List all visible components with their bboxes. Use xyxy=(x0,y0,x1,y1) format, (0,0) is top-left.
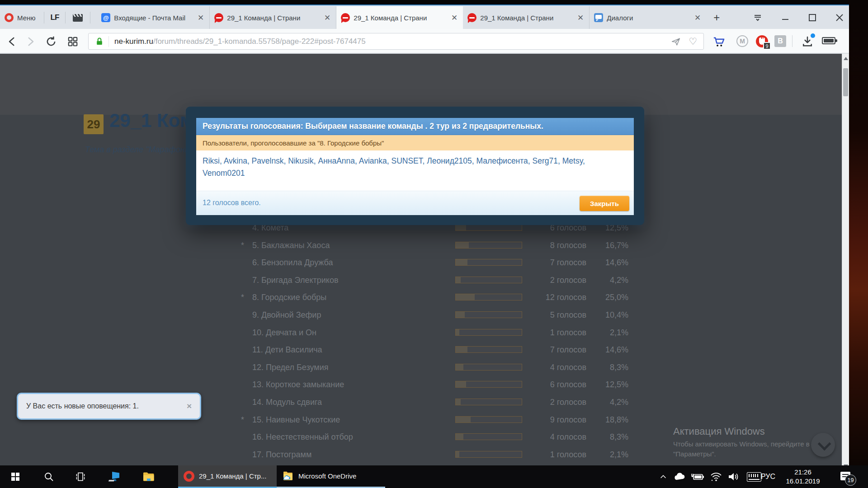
poll-votes-count[interactable]: 6 голосов xyxy=(519,380,586,389)
tab-bar: Меню LF @Входящие - Почта Mail✕29_1 Кома… xyxy=(0,6,849,29)
poll-votes-count[interactable]: 2 голосов xyxy=(519,398,586,407)
poll-option-label[interactable]: 9. Двойной Зефир xyxy=(252,310,321,320)
close-window-button[interactable] xyxy=(835,13,844,23)
tab-close-icon[interactable]: ✕ xyxy=(693,13,702,23)
poll-bar-fill xyxy=(456,347,467,352)
browser-window: Меню LF @Входящие - Почта Mail✕29_1 Кома… xyxy=(0,5,849,465)
poll-option-label[interactable]: 5. Баклажаны Хаоса xyxy=(252,241,330,250)
b-extension-icon[interactable]: B xyxy=(774,35,786,47)
tray-chevron-icon[interactable] xyxy=(656,465,670,488)
tray-onedrive-cloud-icon[interactable] xyxy=(672,465,687,488)
notification-toast[interactable]: У Вас есть новые оповещения: 1. × xyxy=(17,393,201,420)
poll-option-label[interactable]: 15. Наивные Чукотские xyxy=(252,415,340,425)
opera-logo-icon xyxy=(5,13,14,22)
browser-tab[interactable]: Диалоги✕ xyxy=(590,6,706,29)
taskbar-opera-button[interactable]: 29_1 Команда | Стр... xyxy=(178,465,277,488)
modal-close-button[interactable]: Закрыть xyxy=(580,196,629,211)
battery-saver-icon[interactable] xyxy=(822,35,835,44)
tab-close-icon[interactable]: ✕ xyxy=(323,13,331,23)
tray-volume-icon[interactable] xyxy=(725,465,742,488)
tab-close-icon[interactable]: ✕ xyxy=(576,13,585,23)
poll-option-row: 9. Двойной Зефир5 голосов10,4% xyxy=(0,309,678,324)
poll-option-label[interactable]: 8. Городские бобры xyxy=(252,293,326,302)
browser-tab[interactable]: 29_1 Команда | Страни✕ xyxy=(210,6,336,29)
modal-voters-list[interactable]: Riksi, Avkina, Pavelnsk, Nikusik, АннаAn… xyxy=(196,150,634,191)
tab-menu-icon[interactable] xyxy=(752,12,763,23)
poll-bar-fill xyxy=(456,434,463,440)
poll-option-label[interactable]: 14. Модуль сдвига xyxy=(252,398,322,407)
poll-votes-count[interactable]: 2 голосов xyxy=(519,276,586,285)
tab-close-icon[interactable]: ✕ xyxy=(197,13,205,23)
poll-votes-count[interactable]: 12 голосов xyxy=(519,293,586,302)
browser-toolbar: ne-kurim.ru/forum/threads/29_1-komanda.5… xyxy=(0,29,849,53)
poll-votes-count[interactable]: 7 голосов xyxy=(519,258,586,267)
poll-votes-count[interactable]: 4 голосов xyxy=(519,363,586,372)
poll-votes-count[interactable]: 8 голосов xyxy=(519,241,586,250)
notification-count-badge: 19 xyxy=(845,474,856,486)
speed-dial-icon[interactable] xyxy=(67,36,79,47)
poll-option-row: 10. Девчата и Он1 голосов2,1% xyxy=(0,326,678,342)
forward-button[interactable] xyxy=(24,36,36,47)
tab-close-icon[interactable]: ✕ xyxy=(450,13,458,23)
poll-bar xyxy=(455,381,522,388)
taskbar-search-icon[interactable] xyxy=(40,465,58,488)
poll-votes-count[interactable]: 1 голосов xyxy=(519,328,586,338)
poll-percentage: 12,5% xyxy=(586,380,628,389)
browser-tab[interactable]: 29_1 Команда | Страни✕ xyxy=(336,6,463,29)
poll-option-label[interactable]: 11. Дети Василича xyxy=(252,345,322,355)
poll-votes-count[interactable]: 1 голосов xyxy=(519,450,586,460)
poll-option-label[interactable]: 6. Бензопила Дружба xyxy=(252,258,333,267)
browser-tab[interactable]: @Входящие - Почта Mail✕ xyxy=(97,6,210,29)
opera-menu-button[interactable]: Меню xyxy=(0,6,40,29)
file-explorer-icon[interactable] xyxy=(139,465,158,488)
scroll-to-bottom-button[interactable] xyxy=(811,433,835,457)
poll-votes-count[interactable]: 9 голосов xyxy=(519,415,586,425)
poll-option-label[interactable]: 10. Девчата и Он xyxy=(252,328,316,338)
scrollbar[interactable] xyxy=(842,54,849,471)
adblock-extension-icon[interactable]: 9 xyxy=(756,35,768,47)
tray-language-indicator[interactable]: РУС xyxy=(761,465,775,488)
poll-option-label[interactable]: 12. Предел Безумия xyxy=(252,363,328,372)
poll-percentage: 10,4% xyxy=(586,310,628,320)
tray-battery-icon[interactable] xyxy=(689,465,706,488)
cart-extension-icon[interactable] xyxy=(712,35,726,48)
poll-percentage: 14,6% xyxy=(586,258,628,267)
task-view-icon[interactable] xyxy=(71,465,90,488)
poll-votes-count[interactable]: 7 голосов xyxy=(519,345,586,355)
poll-option-label[interactable]: 7. Бригада Электриков xyxy=(252,276,338,285)
poll-bar-fill xyxy=(456,312,465,318)
poll-votes-count[interactable]: 4 голосов xyxy=(519,432,586,442)
maximize-button[interactable] xyxy=(807,13,817,23)
share-icon[interactable] xyxy=(670,37,681,47)
poll-option-label[interactable]: 13. Короткое замыкание xyxy=(252,380,344,389)
chat-favicon xyxy=(594,13,603,22)
browser-tab[interactable]: 29_1 Команда | Страни✕ xyxy=(463,6,590,29)
minimize-button[interactable] xyxy=(780,13,790,23)
lf-pinned-icon[interactable]: LF xyxy=(48,13,62,22)
start-button[interactable] xyxy=(7,465,24,488)
action-center-icon[interactable]: 19 xyxy=(835,465,857,488)
address-bar[interactable]: ne-kurim.ru/forum/threads/29_1-komanda.5… xyxy=(88,33,704,50)
scrollbar-thumb[interactable] xyxy=(843,68,848,96)
this-pc-icon[interactable] xyxy=(105,465,124,488)
downloads-icon[interactable] xyxy=(801,35,814,48)
windows-activation-text2: "Параметры". xyxy=(673,450,716,458)
adblock-badge: 9 xyxy=(763,42,771,50)
clapper-icon[interactable] xyxy=(73,14,83,22)
scrollbar-up-arrow[interactable] xyxy=(844,57,848,60)
tray-clock[interactable]: 21:26 16.01.2019 xyxy=(782,468,824,486)
reload-button[interactable] xyxy=(45,36,57,47)
bookmark-heart-icon[interactable]: ♡ xyxy=(689,37,697,46)
poll-option-label[interactable]: 16. Неестественный отбор xyxy=(252,432,353,442)
new-tab-button[interactable]: + xyxy=(713,12,720,23)
taskbar-onedrive-button[interactable]: Microsoft OneDrive xyxy=(277,465,385,488)
poll-option-label[interactable]: 17. Постограмм xyxy=(252,450,311,460)
poll-bar xyxy=(455,364,522,371)
toast-close-icon[interactable]: × xyxy=(187,401,192,411)
tray-wifi-icon[interactable] xyxy=(708,465,724,488)
poll-percentage: 4,2% xyxy=(586,398,628,407)
menu-label: Меню xyxy=(17,14,36,22)
back-button[interactable] xyxy=(6,36,18,47)
m-extension-icon[interactable]: M xyxy=(736,35,748,47)
poll-votes-count[interactable]: 5 голосов xyxy=(519,310,586,320)
